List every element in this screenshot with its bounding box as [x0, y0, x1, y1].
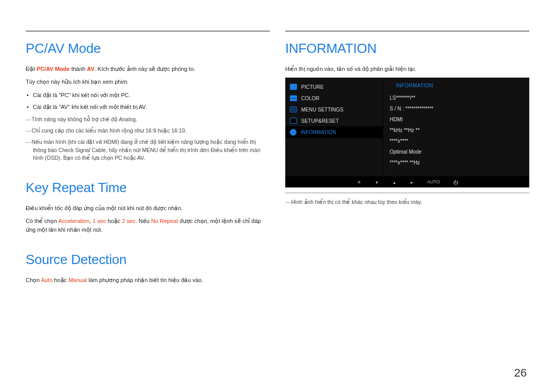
footnote-analog: Tính năng này không hỗ trợ chế độ Analog…	[26, 116, 270, 124]
txt: . Nếu	[136, 218, 151, 224]
txt: hoặc	[122, 155, 137, 161]
highlight-pc: PC	[115, 155, 122, 161]
txt: . Kích thước ảnh này sẽ được phóng to.	[95, 66, 195, 72]
section-pcav-mode: PC/AV Mode Đặt PC/AV Mode thành AV. Kích…	[26, 41, 270, 162]
info-desc: Hiển thị nguồn vào, tần số và độ phân gi…	[285, 65, 529, 73]
highlight-acceleration: Acceleration	[59, 218, 90, 224]
section-title-info: INFORMATION	[285, 41, 529, 57]
osd-sidebar: PICTURE COLOR MENU SETTINGS SETUP&R	[286, 78, 383, 176]
osd-main-panel: INFORMATION LS*******/** S / N : *******…	[383, 78, 529, 176]
section-information: INFORMATION Hiển thị nguồn vào, tần số v…	[285, 41, 529, 206]
osd-info-line-7: Optimal Mode	[390, 147, 524, 156]
section-source-detection: Source Detection Chọn Auto hoặc Manual l…	[26, 252, 270, 285]
menu-settings-icon	[290, 106, 297, 113]
osd-info-line-4: **kHz **Hz **	[390, 126, 524, 135]
osd-info-line-1: S / N : **************	[390, 104, 524, 113]
osd-info-line-3: HDMI	[390, 115, 524, 124]
picture-icon	[290, 84, 297, 90]
txt: .	[143, 155, 145, 161]
highlight-check-signal: Check Signal Cable	[59, 147, 106, 153]
section-title-sd: Source Detection	[26, 252, 270, 268]
osd-info-line-0: LS*******/**	[390, 94, 524, 102]
txt: Đặt	[26, 66, 36, 72]
txt: Tính năng này không hỗ trợ chế độ	[31, 116, 119, 122]
bullet-pc: Cài đặt là "PC" khi kết nối với một PC.	[33, 90, 270, 100]
highlight-av-value: "AV"	[59, 104, 70, 110]
txt: hoặc	[52, 277, 68, 283]
pcav-para2: Tùy chọn này hữu ích khi bạn xem phim.	[26, 78, 270, 86]
page-number: 26	[514, 366, 527, 380]
osd-info-line-5: ****x****	[390, 137, 524, 145]
txt: .	[136, 116, 137, 122]
txt: Có thể chọn	[26, 218, 59, 224]
footnote-hdmi: Nếu màn hình (khi cài đặt về HDMI) đang …	[26, 138, 270, 162]
highlight-av2: AV	[137, 155, 143, 161]
osd-footer: ✕ ▾ ▴ ▸ AUTO ⏻	[286, 177, 529, 187]
osd-label-information: INFORMATION	[301, 129, 336, 135]
highlight-norepeat: No Repeat	[151, 218, 178, 224]
highlight-2sec: 2 sec	[122, 218, 135, 224]
osd-label-setup-reset: SETUP&RESET	[301, 118, 339, 124]
osd-item-setup-reset: SETUP&RESET	[286, 115, 383, 126]
section-title-pcav: PC/AV Mode	[26, 41, 270, 57]
txt: khi kết nối với một PC.	[71, 92, 131, 98]
auto-label: AUTO	[427, 179, 440, 184]
setup-reset-icon	[290, 118, 297, 124]
osd-item-information: INFORMATION	[286, 126, 383, 138]
pcav-para1: Đặt PC/AV Mode thành AV. Kích thước ảnh …	[26, 65, 270, 73]
osd-panel: PICTURE COLOR MENU SETTINGS SETUP&R	[285, 78, 529, 188]
section-key-repeat: Key Repeat Time Điều khiển tốc độ đáp ứn…	[26, 180, 270, 234]
footnote-wide: Chỉ cung cấp cho các kiểu màn hình rộng …	[26, 127, 270, 135]
txt: Cài đặt là	[33, 92, 59, 98]
osd-item-picture: PICTURE	[286, 81, 383, 92]
pcav-bullets: Cài đặt là "PC" khi kết nối với một PC. …	[26, 90, 270, 111]
txt: thành	[70, 66, 87, 72]
osd-label-picture: PICTURE	[301, 84, 324, 90]
info-icon	[290, 129, 297, 136]
highlight-pc-value: "PC"	[59, 92, 70, 98]
right-icon: ▸	[410, 180, 414, 184]
highlight-1sec: 1 sec	[92, 218, 106, 224]
osd-info-line-8: ****x**** **Hz	[390, 158, 524, 167]
txt: làm phương pháp nhận biết tín hiệu đầu v…	[87, 277, 203, 283]
highlight-pcav: PC/AV Mode	[36, 66, 70, 72]
krt-p2: Có thể chọn Acceleration, 1 sec hoặc 2 s…	[26, 217, 270, 234]
bullet-av: Cài đặt là "AV" khi kết nối với một thiế…	[33, 102, 270, 112]
section-title-krt: Key Repeat Time	[26, 180, 270, 196]
osd-item-color: COLOR	[286, 92, 383, 104]
highlight-analog: Analog	[119, 116, 136, 122]
sd-p: Chọn Auto hoặc Manual làm phương pháp nh…	[26, 276, 270, 285]
osd-item-menu-settings: MENU SETTINGS	[286, 104, 383, 115]
txt: Chọn	[26, 277, 41, 283]
osd-label-color: COLOR	[301, 96, 320, 101]
up-icon: ▴	[392, 180, 396, 184]
txt: hoặc	[106, 218, 122, 224]
krt-p1: Điều khiển tốc độ đáp ứng của một nút kh…	[26, 204, 270, 213]
txt: Cài đặt là	[33, 104, 59, 110]
highlight-menu: MENU	[142, 147, 158, 153]
txt: khi kết nối với một thiết bị AV.	[70, 104, 147, 110]
color-icon	[290, 95, 297, 101]
highlight-auto: Auto	[41, 277, 53, 283]
osd-label-menu-settings: MENU SETTINGS	[301, 107, 343, 113]
power-icon: ⏻	[453, 180, 457, 184]
highlight-manual: Manual	[68, 277, 87, 283]
highlight-av: AV	[87, 66, 94, 72]
txt: , hãy nhấn nút	[106, 147, 142, 153]
osd-header: INFORMATION	[390, 81, 524, 91]
close-icon: ✕	[357, 180, 361, 184]
osd-note: Hình ảnh hiển thị có thể khác nhau tùy t…	[285, 193, 529, 206]
down-icon: ▾	[375, 180, 379, 184]
